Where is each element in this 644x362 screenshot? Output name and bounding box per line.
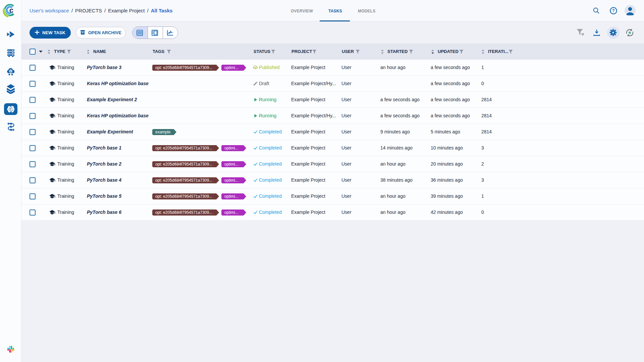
svg-text:c: c [9,6,13,14]
svg-text:?: ? [612,8,614,13]
